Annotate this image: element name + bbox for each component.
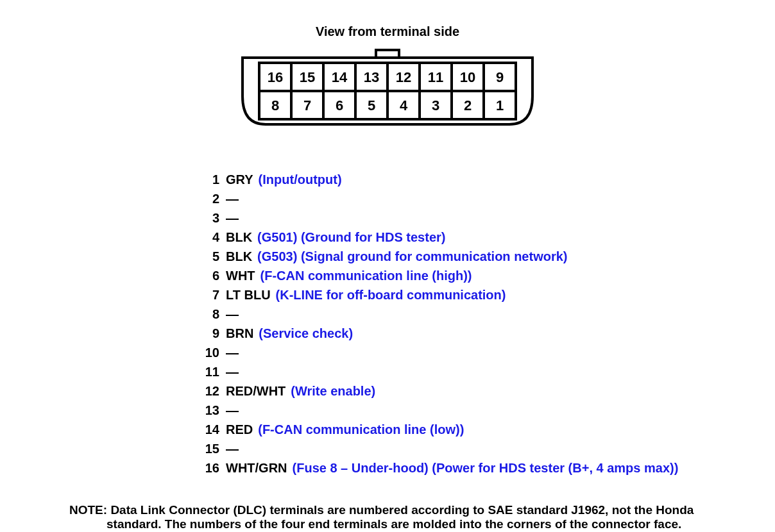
- pin-row-9: 9BRN(Service check): [200, 324, 726, 343]
- diagram-title: View from terminal side: [0, 24, 775, 39]
- pin-empty-marker: —: [226, 439, 240, 458]
- pin-empty-marker: —: [226, 304, 240, 324]
- pin-row-2: 2—: [200, 189, 726, 208]
- pin-color: LT BLU: [226, 285, 271, 304]
- pin-empty-marker: —: [226, 343, 240, 362]
- pin-row-4: 4BLK(G501) (Ground for HDS tester): [200, 228, 726, 247]
- connector-pin-3: 3: [432, 97, 439, 113]
- pin-empty-marker: —: [226, 401, 240, 420]
- pin-row-12: 12RED/WHT(Write enable): [200, 381, 726, 401]
- pin-number: 16: [200, 458, 219, 478]
- pin-row-3: 3—: [200, 208, 726, 228]
- pin-number: 4: [200, 228, 219, 247]
- connector-pin-13: 13: [364, 69, 379, 85]
- pin-description: (K-LINE for off-board communication): [276, 285, 506, 304]
- pin-number: 15: [200, 439, 219, 458]
- connector-pin-8: 8: [271, 97, 279, 113]
- pin-color: BLK: [226, 247, 252, 266]
- pin-description: (Fuse 8 – Under-hood) (Power for HDS tes…: [293, 458, 679, 478]
- connector-diagram: 16815714613512411310291: [240, 45, 535, 131]
- pin-number: 10: [200, 343, 219, 362]
- pin-color: RED/WHT: [226, 381, 285, 401]
- pin-color: BLK: [226, 228, 252, 247]
- pin-row-6: 6WHT(F-CAN communication line (high)): [200, 266, 726, 285]
- connector-pin-1: 1: [496, 97, 504, 113]
- pin-description: (G503) (Signal ground for communication …: [257, 247, 567, 266]
- note-text-line2: standard. The numbers of the four end te…: [69, 517, 711, 531]
- pin-number: 1: [200, 170, 219, 189]
- connector-pin-15: 15: [300, 69, 315, 85]
- pin-row-16: 16WHT/GRN(Fuse 8 – Under-hood) (Power fo…: [200, 458, 726, 478]
- pin-number: 3: [200, 208, 219, 228]
- pin-description: (F-CAN communication line (high)): [260, 266, 472, 285]
- pin-row-15: 15—: [200, 439, 726, 458]
- pin-number: 9: [200, 324, 219, 343]
- connector-pin-16: 16: [268, 69, 283, 85]
- connector-pin-11: 11: [428, 69, 443, 85]
- connector-pin-6: 6: [336, 97, 343, 113]
- pin-color: RED: [226, 420, 253, 439]
- pin-number: 7: [200, 285, 219, 304]
- pin-empty-marker: —: [226, 362, 240, 381]
- pin-row-7: 7LT BLU(K-LINE for off-board communicati…: [200, 285, 726, 304]
- pin-row-10: 10—: [200, 343, 726, 362]
- note-label: NOTE:: [69, 503, 107, 517]
- pin-color: WHT/GRN: [226, 458, 287, 478]
- pin-description: (Input/output): [259, 170, 342, 189]
- pin-description: (G501) (Ground for HDS tester): [257, 228, 445, 247]
- pin-row-1: 1GRY(Input/output): [200, 170, 726, 189]
- pin-empty-marker: —: [226, 208, 240, 228]
- connector-pin-10: 10: [460, 69, 475, 85]
- pin-color: BRN: [226, 324, 253, 343]
- pin-row-5: 5BLK(G503) (Signal ground for communicat…: [200, 247, 726, 266]
- pin-number: 2: [200, 189, 219, 208]
- pin-list: 1GRY(Input/output)2—3—4BLK(G501) (Ground…: [200, 170, 726, 478]
- pin-number: 13: [200, 401, 219, 420]
- pin-number: 5: [200, 247, 219, 266]
- note: NOTE: Data Link Connector (DLC) terminal…: [69, 503, 711, 531]
- connector-pin-9: 9: [496, 69, 504, 85]
- pin-row-8: 8—: [200, 304, 726, 324]
- pin-number: 8: [200, 304, 219, 324]
- pin-row-14: 14RED(F-CAN communication line (low)): [200, 420, 726, 439]
- connector-pin-14: 14: [332, 69, 348, 85]
- connector-pin-5: 5: [368, 97, 375, 113]
- pin-description: (Service check): [259, 324, 353, 343]
- note-text-line1: Data Link Connector (DLC) terminals are …: [110, 503, 694, 517]
- pin-row-11: 11—: [200, 362, 726, 381]
- pin-row-13: 13—: [200, 401, 726, 420]
- pin-number: 14: [200, 420, 219, 439]
- connector-pin-2: 2: [464, 97, 472, 113]
- pin-color: WHT: [226, 266, 255, 285]
- pin-color: GRY: [226, 170, 253, 189]
- connector-pin-12: 12: [396, 69, 411, 85]
- pin-empty-marker: —: [226, 189, 240, 208]
- pin-number: 12: [200, 381, 219, 401]
- pin-description: (Write enable): [291, 381, 375, 401]
- pin-number: 6: [200, 266, 219, 285]
- pin-number: 11: [200, 362, 219, 381]
- svg-rect-0: [376, 50, 399, 58]
- page: View from terminal side 1681571461351241…: [0, 0, 775, 532]
- connector-pin-7: 7: [303, 97, 311, 113]
- connector-pin-4: 4: [400, 97, 408, 113]
- pin-description: (F-CAN communication line (low)): [258, 420, 464, 439]
